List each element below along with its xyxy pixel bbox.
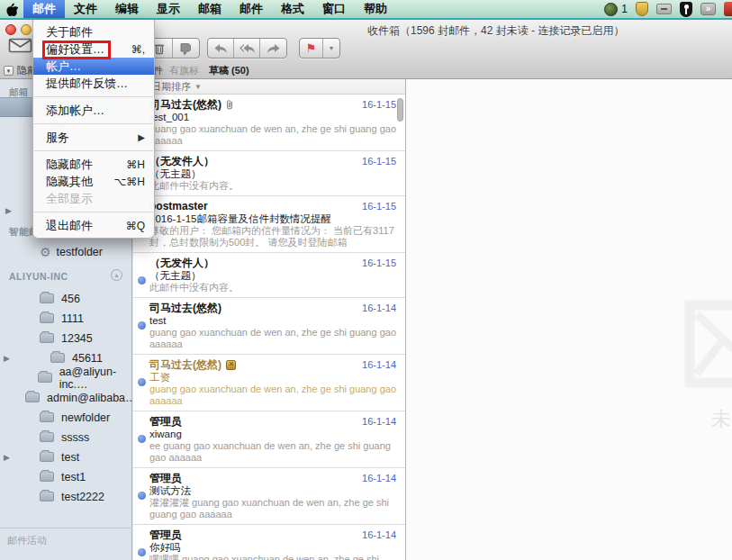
menubar-item-view[interactable]: 显示 <box>148 0 189 18</box>
mail-row[interactable]: （无发件人） 16-1-15 （无主题） 此邮件中没有内容。 <box>133 151 405 196</box>
menu-item-hide-others[interactable]: 隐藏其他 ⌥⌘H <box>33 173 154 190</box>
forward-button[interactable] <box>260 39 286 58</box>
status-shield-icon[interactable] <box>636 2 648 16</box>
sort-bar[interactable]: 日期排序 ▼ <box>133 79 405 95</box>
folder-label: admin@alibaba… <box>47 392 137 404</box>
menubar-item-mail[interactable]: 邮件 <box>23 0 65 18</box>
folder-icon <box>40 294 54 303</box>
mail-date: 16-1-14 <box>362 529 396 540</box>
apple-menu[interactable] <box>0 0 23 18</box>
menubar-item-message[interactable]: 邮件 <box>230 0 272 18</box>
folder-label: sssss <box>61 431 89 444</box>
status-screen-sharing-icon[interactable]: » <box>700 3 716 15</box>
sidebar-folder-1111[interactable]: 1111 <box>0 309 132 328</box>
mail-activity-label: 邮件活动 <box>7 534 47 547</box>
sidebar-header-account: ALIYUN-INC <box>9 271 68 282</box>
menu-item-add-account[interactable]: 添加帐户… <box>33 102 154 119</box>
sidebar-folder-aa[interactable]: aa@aliyun-inc.… <box>0 368 132 387</box>
flag-button[interactable]: ⚑ <box>300 39 323 58</box>
disclosure-box-icon: ▼ <box>4 66 14 76</box>
mail-preview: 嘿嘿嘿 guang gao xuanchuan de wen an, zhe g… <box>149 554 396 560</box>
mail-sender: 司马过去(悠然) <box>149 357 221 373</box>
status-display-icon[interactable] <box>656 4 672 14</box>
menubar-item-help[interactable]: 帮助 <box>355 0 396 18</box>
menubar-item-mailbox[interactable]: 邮箱 <box>189 0 230 18</box>
disclosure-triangle-icon[interactable]: ▶ <box>4 453 14 462</box>
status-notification-icon[interactable] <box>604 3 618 16</box>
reply-button[interactable] <box>208 39 234 58</box>
sidebar-folder-test1[interactable]: test1 <box>0 467 132 486</box>
menu-item-label: 服务 <box>46 130 69 146</box>
folder-icon <box>40 452 54 462</box>
menubar-item-file[interactable]: 文件 <box>65 0 106 18</box>
junk-button[interactable] <box>173 39 199 58</box>
mail-row[interactable]: postmaster 16-1-15 2016-1-15邮箱容量及信件封数情况提… <box>133 196 405 253</box>
folder-label: 45611 <box>72 352 103 365</box>
favorite-item-flagged[interactable]: 有旗标 <box>169 64 199 77</box>
gear-icon: ⚙ <box>40 245 51 259</box>
scrollbar-thumb[interactable] <box>397 98 403 122</box>
menu-item-hide-mail[interactable]: 隐藏邮件 ⌘H <box>33 156 154 173</box>
menu-item-services[interactable]: 服务 ▶ <box>33 129 154 146</box>
favorite-item-drafts[interactable]: 草稿 (50) <box>209 64 249 77</box>
menubar-item-window[interactable]: 窗口 <box>313 0 355 18</box>
account-sync-icon[interactable]: ▲ <box>111 269 122 281</box>
status-edge-icon[interactable] <box>724 2 732 16</box>
unread-dot <box>138 492 146 500</box>
sidebar-folder-test2222[interactable]: test2222 <box>0 487 132 506</box>
folder-icon <box>25 393 40 402</box>
unread-dot <box>138 548 146 556</box>
get-mail-button[interactable] <box>8 37 32 54</box>
window-close-button[interactable] <box>5 24 16 35</box>
menu-item-label: 隐藏其他 <box>46 174 93 190</box>
mail-row[interactable]: （无发件人） 16-1-15 （无主题） 此邮件中没有内容。 <box>133 253 405 298</box>
mail-row[interactable]: 司马过去(悠然) 16-1-14 test guang gao xuanchua… <box>133 298 405 355</box>
menu-item-accounts[interactable]: 帐户… <box>33 58 154 75</box>
mail-sender: 管理员 <box>149 414 182 429</box>
disclosure-triangle-icon[interactable]: ▶ <box>5 206 12 215</box>
status-keychain-icon[interactable] <box>680 2 692 17</box>
sidebar-folder-newfolder[interactable]: newfolder <box>0 408 132 427</box>
folder-icon <box>40 492 54 501</box>
mail-date: 16-1-15 <box>362 257 396 268</box>
mail-app-menu: 关于邮件 偏好设置… ⌘, 帐户… 提供邮件反馈… 添加帐户… 服务 ▶ 隐藏邮… <box>32 20 155 239</box>
mail-sender: （无发件人） <box>149 256 214 271</box>
reply-all-button[interactable] <box>234 39 260 58</box>
menu-item-label: 退出邮件 <box>46 218 93 234</box>
menu-item-about-mail[interactable]: 关于邮件 <box>33 23 154 41</box>
mail-row[interactable]: 司马过去(悠然) 16-1-15 test_001 guang gao xuan… <box>133 95 405 151</box>
mail-date: 16-1-15 <box>362 201 396 212</box>
sidebar-folder-test[interactable]: ▶ test <box>0 447 132 466</box>
sort-label: 日期排序 <box>151 80 191 94</box>
menubar-item-edit[interactable]: 编辑 <box>106 0 148 18</box>
folder-label: newfolder <box>61 411 110 424</box>
mail-preview: ee guang gao xuanchuan de wen an, zhe ge… <box>149 440 396 464</box>
disclosure-triangle-icon[interactable]: ▶ <box>4 354 14 363</box>
menu-item-provide-feedback[interactable]: 提供邮件反馈… <box>33 75 154 92</box>
menu-shortcut: ⌘Q <box>126 220 145 232</box>
menu-shortcut: ⌥⌘H <box>114 176 146 188</box>
menu-item-label: 添加帐户… <box>46 103 104 119</box>
sidebar-folder-sssss[interactable]: sssss <box>0 428 132 447</box>
submenu-arrow-icon: ▶ <box>138 132 145 142</box>
sidebar-folder-admin[interactable]: admin@alibaba… <box>0 388 132 407</box>
unread-dot <box>138 435 146 443</box>
mail-row[interactable]: 管理员 16-1-14 测试方法 灌灌灌灌 guang gao xuanchua… <box>133 468 405 525</box>
mail-row[interactable]: 管理员 16-1-14 xiwang ee guang gao xuanchua… <box>133 411 405 468</box>
folder-label: 456 <box>61 293 80 305</box>
mail-subject: （无主题） <box>149 167 396 180</box>
folder-icon <box>50 353 65 363</box>
sidebar-folder-12345[interactable]: 12345 <box>0 329 132 348</box>
menu-item-label: 帐户… <box>46 59 81 75</box>
flag-dropdown-button[interactable]: ▾ <box>323 39 339 58</box>
menu-item-quit-mail[interactable]: 退出邮件 ⌘Q <box>33 217 154 234</box>
sidebar-folder-456[interactable]: 456 <box>0 289 132 308</box>
folder-icon <box>40 472 54 482</box>
menubar-item-format[interactable]: 格式 <box>272 0 313 18</box>
chevron-down-icon: ▾ <box>330 44 333 52</box>
folder-label: test2222 <box>61 491 104 503</box>
sidebar-item-testfolder[interactable]: ⚙ testfolder <box>0 242 132 261</box>
window-minimize-button[interactable] <box>21 24 32 35</box>
mail-row-junk[interactable]: 司马过去(悠然) 16-1-14 工资 guang gao xuanchuan … <box>133 355 405 411</box>
mail-row[interactable]: 管理员 16-1-14 你好吗 嘿嘿嘿 guang gao xuanchuan … <box>133 525 405 560</box>
